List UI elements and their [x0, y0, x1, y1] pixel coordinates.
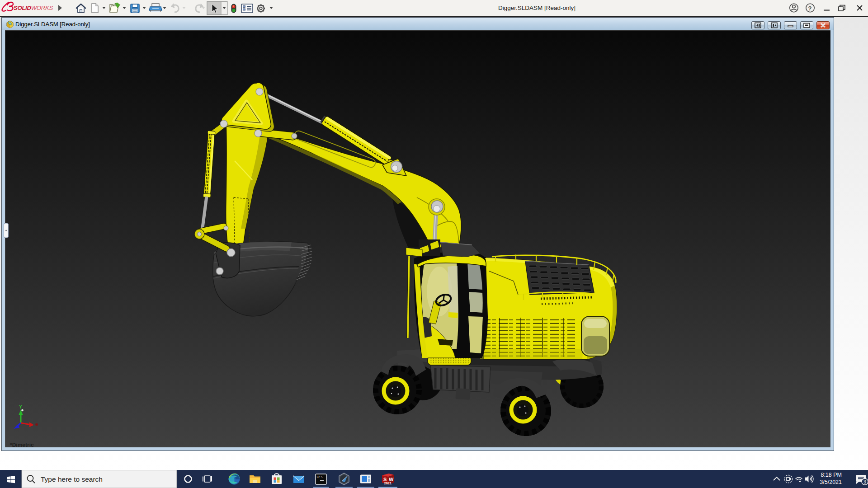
svg-text:Type here to search: Type here to search: [41, 475, 103, 483]
svg-text:Digger.SLDASM [Read-only]: Digger.SLDASM [Read-only]: [498, 5, 576, 11]
svg-text:?: ?: [808, 5, 812, 12]
svg-text:SOLIDWORKS: SOLIDWORKS: [14, 5, 53, 11]
svg-text:3: 3: [863, 479, 866, 484]
svg-text:Digger.SLDASM [Read-only]: Digger.SLDASM [Read-only]: [15, 21, 90, 28]
svg-text:2021: 2021: [384, 481, 392, 485]
svg-text:C:\: C:\: [317, 475, 323, 479]
